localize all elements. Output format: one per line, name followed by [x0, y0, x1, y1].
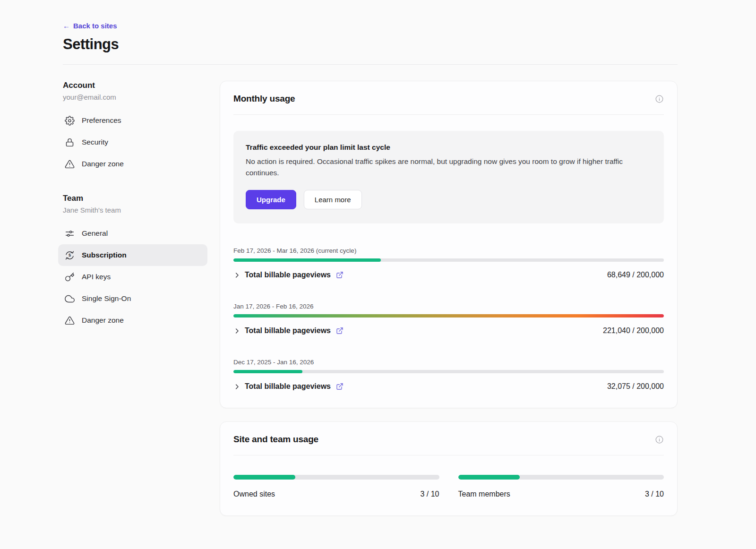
- page-header: ←Back to sites Settings: [0, 0, 756, 65]
- upgrade-button[interactable]: Upgrade: [246, 190, 296, 209]
- monthly-usage-title: Monthly usage: [233, 94, 295, 104]
- info-icon[interactable]: [655, 435, 664, 444]
- sidebar-item-label: General: [82, 229, 108, 238]
- sidebar-item-label: Danger zone: [82, 160, 124, 168]
- cycle-period: Dec 17, 2025 - Jan 16, 2026: [233, 359, 664, 366]
- cloud-icon: [65, 294, 75, 304]
- sidebar-item-label: Danger zone: [82, 316, 124, 325]
- sidebar-item-security[interactable]: Security: [58, 131, 207, 153]
- team-members-label: Team members: [458, 490, 510, 498]
- account-nav: Preferences Security: [58, 110, 207, 175]
- back-to-sites-link[interactable]: ←Back to sites: [63, 22, 117, 30]
- team-members-fill: [458, 475, 520, 480]
- team-heading: Team: [63, 194, 207, 203]
- learn-more-button[interactable]: Learn more: [304, 190, 362, 209]
- billable-pageviews-value: 221,040 / 200,000: [603, 326, 664, 335]
- sidebar-item-danger-zone-account[interactable]: Danger zone: [58, 153, 207, 175]
- billable-pageviews-label: Total billable pageviews: [245, 382, 331, 391]
- team-members-value: 3 / 10: [645, 490, 664, 498]
- account-heading: Account: [63, 81, 207, 90]
- svg-text:$: $: [69, 253, 71, 257]
- billable-pageviews-label: Total billable pageviews: [245, 326, 331, 335]
- usage-progress-fill-overlimit: [233, 314, 664, 317]
- chevron-right-icon: [233, 383, 241, 390]
- usage-cycle-older: Dec 17, 2025 - Jan 16, 2026 Total billab…: [233, 359, 664, 391]
- cycle-period: Feb 17, 2026 - Mar 16, 2026 (current cyc…: [233, 247, 664, 254]
- usage-cycle-previous: Jan 17, 2026 - Feb 16, 2026 Total billab…: [233, 303, 664, 335]
- billable-pageviews-expander[interactable]: Total billable pageviews: [233, 271, 344, 279]
- owned-sites-value: 3 / 10: [420, 490, 439, 498]
- billable-pageviews-expander[interactable]: Total billable pageviews: [233, 326, 344, 335]
- back-arrow-icon: ←: [63, 22, 70, 30]
- sidebar-item-subscription[interactable]: $ Subscription: [58, 244, 207, 266]
- card-divider: [233, 455, 664, 455]
- sidebar-item-label: Security: [82, 138, 108, 146]
- team-nav: General $ Subscription: [58, 223, 207, 331]
- sidebar-item-single-sign-on[interactable]: Single Sign-On: [58, 288, 207, 309]
- usage-progress-fill: [233, 370, 302, 373]
- monthly-usage-card: Monthly usage Traffic exceeded your plan…: [220, 81, 678, 408]
- team-name: Jane Smith's team: [63, 206, 207, 214]
- account-section: Account your@email.com Preferences: [63, 81, 207, 175]
- team-section: Team Jane Smith's team General: [63, 194, 207, 331]
- account-email: your@email.com: [63, 93, 207, 101]
- usage-progress-track: [233, 370, 664, 373]
- usage-cycle-current: Feb 17, 2026 - Mar 16, 2026 (current cyc…: [233, 247, 664, 279]
- owned-sites-fill: [233, 475, 295, 480]
- sidebar-item-label: Single Sign-On: [82, 294, 131, 303]
- info-icon[interactable]: [655, 94, 664, 103]
- dollar-refresh-icon: $: [65, 250, 75, 260]
- key-icon: [65, 272, 75, 282]
- external-link-icon[interactable]: [336, 271, 344, 279]
- gear-icon: [65, 116, 75, 126]
- sidebar-item-preferences[interactable]: Preferences: [58, 110, 207, 131]
- lock-icon: [65, 137, 75, 147]
- site-team-usage-title: Site and team usage: [233, 434, 318, 445]
- sidebar-item-label: API keys: [82, 273, 111, 281]
- back-link-label: Back to sites: [73, 22, 117, 30]
- settings-sidebar: Account your@email.com Preferences: [63, 81, 207, 516]
- team-members-meter: Team members 3 / 10: [458, 471, 664, 498]
- owned-sites-track: [233, 475, 439, 480]
- settings-main: Monthly usage Traffic exceeded your plan…: [220, 81, 678, 516]
- team-members-track: [458, 475, 664, 480]
- billable-pageviews-label: Total billable pageviews: [245, 271, 331, 279]
- traffic-exceeded-notice: Traffic exceeded your plan limit last cy…: [233, 131, 664, 223]
- notice-title: Traffic exceeded your plan limit last cy…: [246, 143, 652, 152]
- notice-body: No action is required. Occasional traffi…: [246, 156, 652, 179]
- chevron-right-icon: [233, 327, 241, 335]
- site-team-usage-card: Site and team usage Owned site: [220, 421, 678, 516]
- card-divider: [233, 114, 664, 115]
- external-link-icon[interactable]: [336, 383, 344, 390]
- sidebar-item-danger-zone-team[interactable]: Danger zone: [58, 309, 207, 331]
- billable-pageviews-value: 68,649 / 200,000: [607, 271, 664, 279]
- sidebar-item-general[interactable]: General: [58, 223, 207, 244]
- cycle-period: Jan 17, 2026 - Feb 16, 2026: [233, 303, 664, 310]
- warning-triangle-icon: [65, 316, 75, 326]
- owned-sites-meter: Owned sites 3 / 10: [233, 471, 439, 498]
- sidebar-item-label: Preferences: [82, 116, 121, 125]
- sidebar-item-label: Subscription: [82, 251, 127, 259]
- usage-progress-track: [233, 258, 664, 262]
- usage-progress-fill: [233, 258, 381, 262]
- page-title: Settings: [63, 36, 678, 53]
- warning-triangle-icon: [65, 159, 75, 169]
- billable-pageviews-value: 32,075 / 200,000: [607, 382, 664, 391]
- billable-pageviews-expander[interactable]: Total billable pageviews: [233, 382, 344, 391]
- external-link-icon[interactable]: [336, 327, 344, 335]
- usage-progress-track: [233, 314, 664, 317]
- sidebar-item-api-keys[interactable]: API keys: [58, 266, 207, 288]
- chevron-right-icon: [233, 272, 241, 279]
- sliders-icon: [65, 229, 75, 239]
- owned-sites-label: Owned sites: [233, 490, 275, 498]
- settings-page: ←Back to sites Settings Account your@ema…: [0, 0, 756, 549]
